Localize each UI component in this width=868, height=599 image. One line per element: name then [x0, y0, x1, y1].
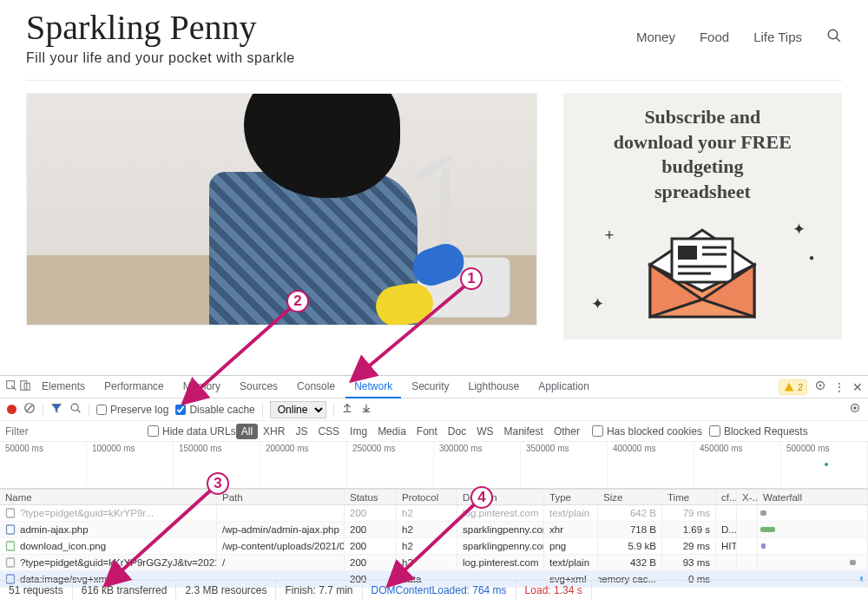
filter-css[interactable]: CSS [312, 424, 345, 439]
cell-cf [716, 555, 737, 570]
cell-status: 200 [345, 522, 397, 537]
col-path: Path [217, 490, 345, 504]
cell-x [737, 505, 758, 521]
inspect-icon[interactable] [5, 379, 17, 394]
filter-media[interactable]: Media [372, 424, 411, 439]
col-x: X-... [737, 490, 758, 504]
cell-waterfall [758, 522, 868, 537]
sb-requests: 51 requests [0, 581, 73, 599]
cell-path [217, 505, 345, 521]
warnings-badge[interactable]: 2 [779, 379, 807, 395]
tab-security[interactable]: Security [403, 376, 457, 398]
sb-resources: 2.3 MB resources [176, 581, 276, 599]
timeline-overview[interactable]: 50000 ms 100000 ms 150000 ms 200000 ms 2… [0, 442, 868, 489]
filter-other[interactable]: Other [549, 424, 585, 439]
requests-table: Name Path Status Protocol Domain Type Si… [0, 489, 868, 588]
filter-input[interactable] [0, 423, 141, 440]
tab-application[interactable]: Application [529, 376, 598, 398]
cell-domain: log.pinterest.com [457, 555, 544, 570]
nav-money[interactable]: Money [636, 30, 675, 44]
tab-lighthouse[interactable]: Lighthouse [460, 376, 529, 398]
filter-font[interactable]: Font [411, 424, 443, 439]
network-settings-icon[interactable] [849, 402, 861, 417]
site-logo[interactable]: Sparkling Penny [26, 10, 295, 45]
network-statusbar: 51 requests 616 kB transferred 2.3 MB re… [0, 580, 868, 599]
cell-type: xhr [544, 522, 598, 537]
cell-protocol: h2 [397, 555, 457, 570]
blocked-requests-checkbox[interactable]: Blocked Requests [709, 425, 808, 438]
cell-status: 200 [345, 505, 397, 521]
sb-dcl: DOMContentLoaded: 764 ms [363, 581, 516, 599]
table-row[interactable]: admin-ajax.php/wp-admin/admin-ajax.php20… [0, 522, 868, 538]
svg-rect-25 [7, 542, 15, 550]
cell-status: 200 [345, 555, 397, 570]
more-icon[interactable]: ⋮ [833, 380, 845, 394]
network-filterbar: Hide data URLs All XHR JS CSS Img Media … [0, 421, 868, 442]
cell-x [737, 538, 758, 554]
cell-name: admin-ajax.php [0, 522, 217, 537]
search-icon[interactable] [826, 28, 842, 46]
filter-all[interactable]: All [236, 424, 258, 439]
cell-time: 79 ms [662, 505, 716, 521]
tab-performance[interactable]: Performance [95, 376, 173, 398]
devtools-tabs: Elements Performance Memory Sources Cons… [0, 376, 868, 398]
cell-domain: sparklingpenny.com [457, 522, 544, 537]
subscribe-cta[interactable]: Subscribe and download your FREE budgeti… [563, 93, 842, 339]
tab-elements[interactable]: Elements [33, 376, 94, 398]
nav-lifetips[interactable]: Life Tips [753, 30, 802, 44]
filter-img[interactable]: Img [345, 424, 372, 439]
cell-type: text/plain [544, 555, 598, 570]
sb-transferred: 616 kB transferred [73, 581, 177, 599]
upload-icon[interactable] [341, 402, 353, 417]
cell-size: 718 B [598, 522, 662, 537]
filter-icon[interactable] [50, 402, 62, 417]
search-icon[interactable] [69, 402, 82, 417]
header-divider [26, 80, 842, 81]
tab-network[interactable]: Network [345, 376, 401, 398]
clear-icon[interactable] [23, 402, 36, 417]
svg-line-18 [27, 405, 33, 411]
download-icon[interactable] [360, 402, 372, 417]
device-icon[interactable] [19, 379, 31, 394]
svg-rect-5 [678, 246, 697, 260]
cell-time: 1.69 s [662, 522, 716, 537]
hero-image[interactable] [26, 93, 537, 326]
table-row[interactable]: ?type=pidget&guid=kKrYP9rGGZyJ&tv=202102… [0, 555, 868, 571]
preserve-log-checkbox[interactable]: Preserve log [96, 404, 168, 416]
col-status: Status [345, 490, 397, 504]
cell-protocol: h2 [397, 505, 457, 521]
close-icon[interactable]: ✕ [852, 380, 863, 394]
sb-finish: Finish: 7.7 min [276, 581, 362, 599]
svg-rect-23 [7, 509, 15, 517]
cell-time: 29 ms [662, 538, 716, 554]
settings-icon[interactable] [814, 379, 826, 394]
cell-path: /wp-content/uploads/2021/01... [217, 538, 345, 554]
record-button[interactable] [7, 405, 16, 414]
table-row[interactable]: download_icon.png/wp-content/uploads/202… [0, 538, 868, 555]
filter-js[interactable]: JS [290, 424, 312, 439]
svg-line-20 [77, 410, 80, 412]
col-size: Size [598, 490, 662, 504]
table-header[interactable]: Name Path Status Protocol Domain Type Si… [0, 489, 868, 505]
table-row[interactable]: ?type=pidget&guid=kKrYP9r...200h2log.pin… [0, 505, 868, 522]
tab-console[interactable]: Console [288, 376, 344, 398]
filter-xhr[interactable]: XHR [258, 424, 290, 439]
filter-doc[interactable]: Doc [443, 424, 471, 439]
filter-ws[interactable]: WS [471, 424, 498, 439]
disable-cache-checkbox[interactable]: Disable cache [175, 404, 254, 416]
svg-line-1 [836, 37, 840, 42]
sb-load: Load: 1.34 s [516, 581, 592, 599]
throttling-select[interactable]: Online [270, 401, 326, 418]
col-time: Time [662, 490, 716, 504]
tab-sources[interactable]: Sources [231, 376, 286, 398]
filter-manifest[interactable]: Manifest [499, 424, 549, 439]
devtools-panel: Elements Performance Memory Sources Cons… [0, 375, 868, 599]
svg-rect-13 [21, 381, 27, 391]
has-blocked-cookies-checkbox[interactable]: Has blocked cookies [592, 425, 702, 438]
svg-rect-4 [672, 239, 733, 282]
cell-protocol: h2 [397, 538, 457, 554]
hide-data-urls-checkbox[interactable]: Hide data URLs [148, 425, 236, 438]
tab-memory[interactable]: Memory [174, 376, 229, 398]
cell-x [737, 522, 758, 537]
nav-food[interactable]: Food [700, 30, 729, 44]
